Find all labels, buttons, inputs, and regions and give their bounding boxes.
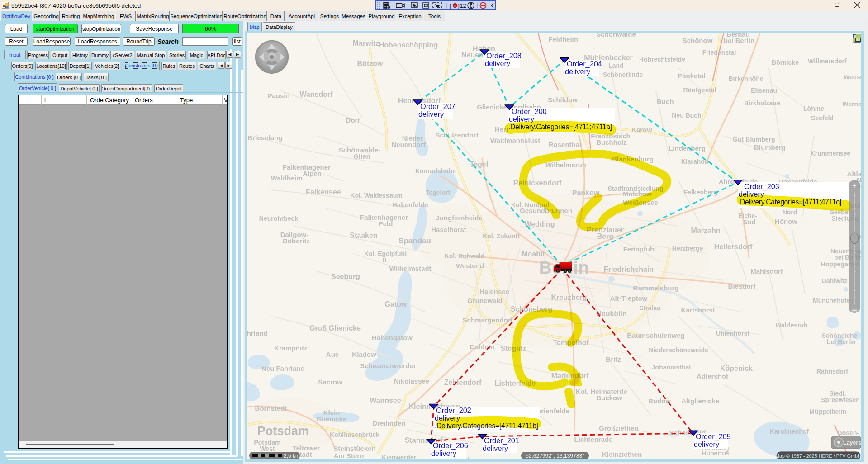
svg-text:Dahlwitz: Dahlwitz <box>822 277 848 284</box>
svg-text:Gatow: Gatow <box>385 300 407 308</box>
svg-text:Hohenschöpping: Hohenschöpping <box>379 41 438 49</box>
svg-text:Löhme: Löhme <box>803 105 824 112</box>
svg-text:bei Berlin: bei Berlin <box>724 37 754 44</box>
svg-text:Order_208: Order_208 <box>486 52 522 60</box>
svg-text:Bornstedt: Bornstedt <box>255 404 287 412</box>
svg-text:Großziethen: Großziethen <box>599 424 639 432</box>
svg-text:delivery: delivery <box>694 440 720 448</box>
svg-text:Karolinenhof: Karolinenhof <box>770 428 809 435</box>
svg-text:Friedrichshain: Friedrichshain <box>604 265 654 273</box>
svg-text:Elisenau: Elisenau <box>751 87 777 94</box>
svg-text:Seefeld: Seefeld <box>811 114 834 122</box>
svg-text:delivery: delivery <box>483 444 508 452</box>
svg-text:Herzberge: Herzberge <box>672 245 703 252</box>
svg-text:Neurohrbeck: Neurohrbeck <box>259 215 299 222</box>
svg-text:Grunewald: Grunewald <box>467 297 503 304</box>
svg-text:Britz: Britz <box>606 355 621 363</box>
svg-text:Rudow: Rudow <box>648 397 671 405</box>
svg-text:Staaken: Staaken <box>350 232 377 239</box>
svg-text:Haselhorst: Haselhorst <box>431 226 466 233</box>
svg-text:Buckow: Buckow <box>596 394 622 402</box>
svg-text:Lindenberg: Lindenberg <box>669 144 706 152</box>
svg-text:Münchehofe: Münchehofe <box>813 297 850 304</box>
svg-text:52,627992°, 13,139783°: 52,627992°, 13,139783° <box>526 453 584 459</box>
svg-text:2,5 km: 2,5 km <box>284 453 300 459</box>
svg-text:Neuendorf: Neuendorf <box>392 141 426 148</box>
svg-text:Weesow: Weesow <box>844 73 861 80</box>
svg-text:Spandau: Spandau <box>398 237 431 245</box>
svg-text:Mahlsdorf: Mahlsdorf <box>750 267 783 275</box>
svg-text:Hakenfelde: Hakenfelde <box>392 201 428 208</box>
svg-text:Order_203: Order_203 <box>744 182 779 191</box>
svg-text:Buchholz: Buchholz <box>596 138 627 146</box>
svg-text:Order_206: Order_206 <box>433 441 468 450</box>
svg-text:Kol. Waldessaum: Kol. Waldessaum <box>350 192 402 199</box>
svg-text:Jungfernheide: Jungfernheide <box>436 214 482 222</box>
svg-text:Order_200: Order_200 <box>512 107 547 116</box>
svg-text:Hönow: Hönow <box>775 218 797 225</box>
svg-text:Nikolassee: Nikolassee <box>394 377 429 385</box>
svg-text:Werneuch: Werneuch <box>842 100 861 108</box>
svg-text:Kienwerder: Kienwerder <box>382 454 417 459</box>
svg-text:delivery: delivery <box>485 59 511 67</box>
svg-text:Fennpfuhl: Fennpfuhl <box>623 245 656 253</box>
svg-text:Stralau: Stralau <box>639 304 660 312</box>
svg-text:bei Berlin: bei Berlin <box>827 338 856 346</box>
svg-text:Schönow: Schönow <box>683 37 713 44</box>
svg-text:Konradshöhe: Konradshöhe <box>415 167 456 175</box>
svg-text:Kleinziethen: Kleinziethen <box>602 450 642 458</box>
svg-text:Adlershof: Adlershof <box>697 372 729 380</box>
svg-text:Alt-Treptow: Alt-Treptow <box>610 294 648 302</box>
svg-text:Birkenhöhe: Birkenhöhe <box>728 75 763 82</box>
svg-text:Nord: Nord <box>783 208 797 216</box>
svg-text:West: West <box>260 445 275 452</box>
svg-text:Tegel: Tegel <box>470 161 489 168</box>
svg-text:Waidmannslust: Waidmannslust <box>490 137 540 144</box>
svg-text:Schönerlinde: Schönerlinde <box>603 71 643 78</box>
svg-text:Johannisthal: Johannisthal <box>652 364 691 371</box>
svg-text:Neu Fahrland: Neu Fahrland <box>261 365 305 372</box>
svg-text:Feldheim: Feldheim <box>548 35 578 43</box>
svg-text:Neukölln: Neukölln <box>596 310 627 317</box>
svg-text:delivery: delivery <box>431 449 457 457</box>
svg-text:Birkholzaue: Birkholzaue <box>744 99 780 107</box>
svg-text:Glien: Glien <box>353 152 370 160</box>
svg-text:Schwanenwerder: Schwanenwerder <box>360 362 416 369</box>
svg-text:Köpenick: Köpenick <box>720 365 753 372</box>
svg-text:delivery: delivery <box>565 67 591 76</box>
svg-text:Panketal: Panketal <box>678 72 706 80</box>
svg-text:Baumschulenweg: Baumschulenweg <box>627 331 685 339</box>
svg-text:Uhlenhorst: Uhlenhorst <box>716 330 749 337</box>
svg-text:Tegelort: Tegelort <box>426 189 451 196</box>
svg-text:Gut Blumberg: Gut Blumberg <box>733 136 775 143</box>
svg-text:Am Stern: Am Stern <box>334 452 364 459</box>
svg-text:Börnicke: Börnicke <box>772 59 799 66</box>
svg-text:Falkensee: Falkensee <box>306 188 341 196</box>
svg-text:Order_205: Order_205 <box>696 432 731 441</box>
svg-text:delivery: delivery <box>418 110 444 118</box>
svg-text:Wilhelmstadt: Wilhelmstadt <box>389 265 431 272</box>
svg-text:Wannsee: Wannsee <box>370 397 401 404</box>
svg-text:Willmersdorf: Willmersdorf <box>808 57 847 65</box>
svg-text:Schildow: Schildow <box>548 96 578 104</box>
svg-text:Kohlhasenbrück: Kohlhasenbrück <box>330 431 379 438</box>
svg-text:Krummensee: Krummensee <box>811 150 851 157</box>
svg-text:Kladow: Kladow <box>352 350 376 358</box>
svg-text:Spreewiesen: Spreewiesen <box>821 396 860 403</box>
svg-text:Karlshorst: Karlshorst <box>681 306 715 314</box>
svg-text:Moabit: Moabit <box>522 250 545 258</box>
svg-text:Order_207: Order_207 <box>420 102 455 111</box>
svg-text:Kreuzberg: Kreuzberg <box>551 294 587 301</box>
svg-text:Brieselang: Brieselang <box>248 134 283 142</box>
svg-text:Hohengatow: Hohengatow <box>372 334 413 341</box>
svg-text:Dahlem: Dahlem <box>470 343 494 350</box>
svg-text:Friedenstal: Friedenstal <box>702 49 736 56</box>
svg-text:Döberitz: Döberitz <box>283 237 310 245</box>
svg-text:Fahrland: Fahrland <box>247 329 268 337</box>
svg-text:Land: Land <box>608 62 623 69</box>
svg-text:Marzahn: Marzahn <box>691 227 721 234</box>
svg-text:Pausin: Pausin <box>267 92 289 99</box>
svg-text:Hellersdorf: Hellersdorf <box>714 243 753 251</box>
svg-text:Alpen: Alpen <box>303 170 322 177</box>
svg-text:Halensee: Halensee <box>479 288 509 295</box>
